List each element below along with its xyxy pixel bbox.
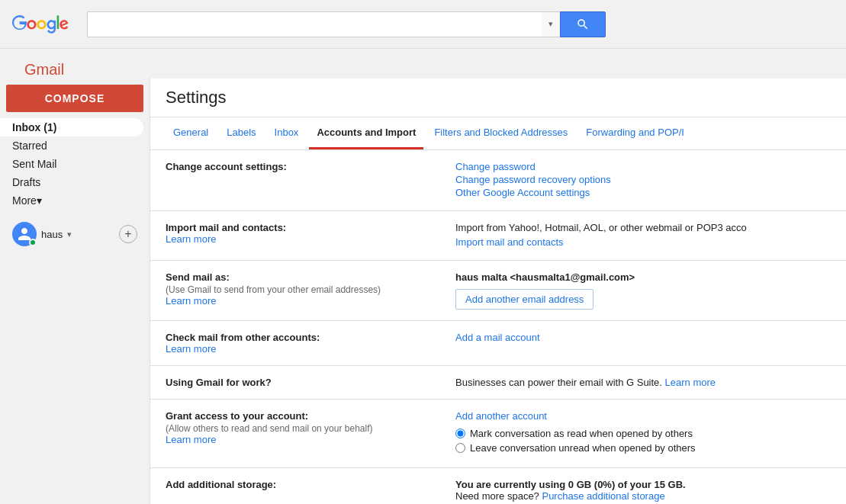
change-recovery-link[interactable]: Change password recovery options (455, 174, 831, 185)
storage-sub-text: Need more space? (455, 490, 539, 502)
change-password-link[interactable]: Change password (455, 161, 831, 172)
storage-label: Add additional storage: (166, 479, 425, 490)
row-grant-access: Grant access to your account: (Allow oth… (150, 400, 846, 468)
import-mail-desc: Import from Yahoo!, Hotmail, AOL, or oth… (455, 222, 831, 233)
change-account-value: Change password Change password recovery… (440, 150, 846, 211)
grant-access-label: Grant access to your account: (166, 410, 425, 422)
search-dropdown-button[interactable] (542, 11, 560, 37)
radio-leave-unread-label: Leave conversation unread when opened by… (470, 442, 696, 454)
row-storage: Add additional storage: You are currentl… (150, 468, 846, 505)
search-input[interactable] (87, 11, 542, 37)
other-account-link[interactable]: Other Google Account settings (455, 187, 831, 198)
send-mail-as-value: haus malta <hausmalta1@gmail.com> Add an… (440, 261, 846, 321)
radio-mark-read-label: Mark conversation as read when opened by… (470, 428, 693, 439)
grant-access-value: Add another account Mark conversation as… (440, 400, 846, 468)
sidebar: COMPOSE Inbox (1) Starred Sent Mail Draf… (0, 79, 150, 504)
tab-forwarding[interactable]: Forwarding and POP/I (578, 117, 692, 149)
compose-button[interactable]: COMPOSE (6, 85, 143, 112)
change-account-label: Change account settings: (166, 161, 425, 172)
check-mail-label: Check mail from other accounts: (166, 332, 425, 343)
avatar-dropdown-icon[interactable]: ▾ (67, 230, 72, 239)
avatar (12, 222, 37, 246)
tab-inbox[interactable]: Inbox (267, 117, 307, 149)
radio-row-read: Mark conversation as read when opened by… (455, 428, 831, 439)
row-send-mail-as: Send mail as: (Use Gmail to send from yo… (150, 261, 846, 321)
gmail-work-value: Businesses can power their email with G … (440, 366, 846, 400)
sidebar-item-sent[interactable]: Sent Mail (0, 155, 143, 173)
send-mail-learn-more[interactable]: Learn more (166, 295, 216, 307)
gmail-work-label: Using Gmail for work? (166, 377, 425, 388)
main-layout: COMPOSE Inbox (1) Starred Sent Mail Draf… (0, 79, 846, 504)
storage-value: You are currently using 0 GB (0%) of you… (440, 468, 846, 505)
storage-sub-row: Need more space? Purchase additional sto… (455, 490, 831, 502)
gmail-work-learn-more[interactable]: Learn more (665, 377, 716, 388)
send-mail-email: haus malta <hausmalta1@gmail.com> (455, 271, 831, 283)
search-button[interactable] (560, 11, 606, 37)
send-mail-as-sublabel: (Use Gmail to send from your other email… (166, 284, 425, 295)
search-bar (87, 11, 606, 37)
avatar-name: haus (41, 229, 63, 240)
tab-general[interactable]: General (166, 117, 216, 149)
grant-access-sublabel: (Allow others to read and send mail on y… (166, 423, 425, 434)
sidebar-item-starred[interactable]: Starred (0, 136, 143, 155)
storage-usage: You are currently using 0 GB (0%) of you… (455, 479, 686, 490)
add-another-account-link[interactable]: Add another account (455, 410, 831, 422)
import-mail-contacts-link[interactable]: Import mail and contacts (455, 236, 831, 248)
sidebar-item-drafts[interactable]: Drafts (0, 173, 143, 191)
tabs-bar: General Labels Inbox Accounts and Import… (150, 117, 846, 150)
row-change-account: Change account settings: Change password… (150, 150, 846, 211)
gmail-work-text: Businesses can power their email with G … (455, 377, 662, 388)
row-import-mail: Import mail and contacts: Learn more Imp… (150, 211, 846, 261)
settings-table: Change account settings: Change password… (150, 150, 846, 504)
add-mail-account-link[interactable]: Add a mail account (455, 332, 831, 343)
check-mail-value: Add a mail account (440, 321, 846, 366)
settings-title: Settings (150, 79, 846, 117)
sidebar-user-section: haus ▾ + (0, 216, 150, 252)
add-email-address-button[interactable]: Add another email address (455, 289, 593, 310)
grant-access-learn-more[interactable]: Learn more (166, 434, 216, 445)
radio-leave-unread[interactable] (455, 443, 465, 453)
google-logo (12, 14, 69, 34)
check-mail-learn-more[interactable]: Learn more (166, 343, 216, 355)
tab-filters[interactable]: Filters and Blocked Addresses (426, 117, 575, 149)
tab-labels[interactable]: Labels (219, 117, 263, 149)
send-mail-as-label: Send mail as: (166, 271, 425, 283)
search-icon (576, 18, 590, 31)
header (0, 0, 846, 49)
import-mail-value: Import from Yahoo!, Hotmail, AOL, or oth… (440, 211, 846, 261)
radio-row-unread: Leave conversation unread when opened by… (455, 442, 831, 454)
radio-mark-read[interactable] (455, 429, 465, 438)
online-indicator (29, 239, 37, 246)
row-check-mail: Check mail from other accounts: Learn mo… (150, 321, 846, 366)
sidebar-item-more[interactable]: More▾ (0, 191, 143, 210)
add-account-button[interactable]: + (119, 225, 137, 243)
content-area: Settings General Labels Inbox Accounts a… (150, 79, 846, 504)
gmail-label-row: Gmail (0, 49, 846, 79)
row-gmail-work: Using Gmail for work? Businesses can pow… (150, 366, 846, 400)
import-mail-label: Import mail and contacts: (166, 222, 425, 233)
import-mail-learn-more[interactable]: Learn more (166, 233, 216, 245)
gmail-label[interactable]: Gmail (12, 56, 76, 79)
sidebar-item-inbox[interactable]: Inbox (1) (0, 118, 143, 136)
purchase-storage-link[interactable]: Purchase additional storage (542, 490, 664, 502)
storage-text: You are currently using 0 GB (0%) of you… (455, 479, 831, 490)
tab-accounts[interactable]: Accounts and Import (309, 117, 423, 149)
